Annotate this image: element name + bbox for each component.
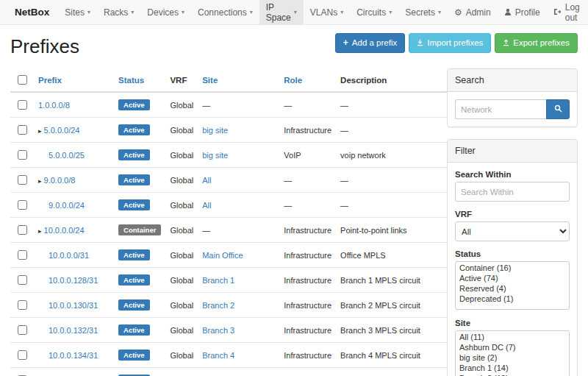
- site-link[interactable]: Branch 4: [202, 351, 234, 360]
- nav-item-secrets[interactable]: Secrets▾: [398, 0, 448, 24]
- nav-item-ip-space[interactable]: IP Space▾: [259, 0, 304, 24]
- row-checkbox[interactable]: [18, 300, 27, 310]
- nav-item-label: Secrets: [405, 7, 435, 18]
- role-cell: —: [279, 168, 336, 193]
- select-all-checkbox[interactable]: [18, 75, 27, 85]
- row-checkbox[interactable]: [18, 325, 27, 335]
- nav-item-racks[interactable]: Racks▾: [97, 0, 140, 24]
- nav-item-label: Devices: [147, 7, 179, 18]
- status-badge: Active: [118, 249, 150, 260]
- site-link[interactable]: Branch 1: [202, 276, 234, 285]
- col-header-status[interactable]: Status: [118, 76, 144, 85]
- app-brand[interactable]: NetBox: [6, 0, 58, 24]
- search-within-input[interactable]: [455, 182, 570, 202]
- status-badge: Active: [118, 199, 150, 210]
- import-prefixes-button[interactable]: Import prefixes: [409, 33, 491, 53]
- prefix-link[interactable]: 9.0.0.0/8: [44, 176, 76, 185]
- col-header-site[interactable]: Site: [202, 76, 218, 85]
- tree-indent: [38, 358, 49, 358]
- chevron-down-icon: ▾: [182, 9, 184, 15]
- search-input[interactable]: [455, 99, 546, 119]
- export-prefixes-button[interactable]: Export prefixes: [495, 33, 578, 53]
- user-icon: [504, 8, 512, 17]
- logout-link[interactable]: Log out: [547, 0, 587, 24]
- prefix-link[interactable]: 10.0.0.128/31: [49, 276, 98, 285]
- vrf-cell: Global: [165, 293, 198, 318]
- site-link[interactable]: Branch 2: [202, 301, 234, 310]
- export-prefixes-label: Export prefixes: [513, 38, 570, 49]
- row-checkbox[interactable]: [18, 275, 27, 285]
- page-header: Prefixes + Add a prefix Import prefixes …: [10, 28, 578, 68]
- role-cell: Infrastructure: [279, 268, 336, 293]
- prefix-link[interactable]: 10.0.0.0/31: [49, 251, 89, 260]
- prefix-link[interactable]: 5.0.0.0/24: [44, 126, 80, 135]
- row-checkbox[interactable]: [18, 150, 27, 160]
- row-checkbox[interactable]: [18, 125, 27, 135]
- vrf-cell: Global: [165, 143, 198, 168]
- site-link[interactable]: big site: [202, 151, 228, 160]
- search-icon: [554, 104, 562, 115]
- site-option[interactable]: Branch 2 (10): [456, 373, 568, 376]
- status-option[interactable]: Deprecated (1): [456, 294, 568, 304]
- tree-expand-icon: ▸: [38, 227, 42, 235]
- col-header-description: Description: [340, 76, 387, 85]
- profile-link[interactable]: Profile: [498, 0, 547, 24]
- row-checkbox[interactable]: [18, 100, 27, 110]
- col-header-role[interactable]: Role: [284, 76, 302, 85]
- prefix-link[interactable]: 10.0.0.0/24: [44, 226, 85, 235]
- nav-menu: Sites▾Racks▾Devices▾Connections▾IP Space…: [58, 0, 448, 24]
- site-link[interactable]: All: [202, 201, 211, 210]
- col-header-prefix[interactable]: Prefix: [38, 76, 62, 85]
- prefix-link[interactable]: 10.0.0.130/31: [49, 301, 98, 310]
- vrf-select[interactable]: All: [455, 221, 570, 241]
- prefix-link[interactable]: 5.0.0.0/25: [49, 151, 85, 160]
- status-badge: Active: [118, 274, 150, 285]
- nav-item-circuits[interactable]: Circuits▾: [350, 0, 398, 24]
- row-checkbox[interactable]: [18, 350, 27, 360]
- filter-panel-title: Filter: [448, 140, 577, 163]
- export-icon: [503, 39, 509, 46]
- sidebar: Search Filter Search Within: [447, 68, 578, 376]
- site-link[interactable]: Branch 3: [202, 326, 234, 335]
- vrf-cell: Global: [165, 92, 198, 118]
- add-prefix-button[interactable]: + Add a prefix: [335, 33, 405, 53]
- site-option[interactable]: Branch 1 (14): [456, 363, 568, 373]
- row-checkbox[interactable]: [18, 175, 27, 185]
- prefix-link[interactable]: 1.0.0.0/8: [38, 101, 70, 110]
- site-option[interactable]: All (11): [456, 332, 568, 342]
- status-option[interactable]: Container (16): [456, 263, 568, 273]
- import-prefixes-label: Import prefixes: [427, 38, 483, 49]
- site-option[interactable]: Ashburn DC (7): [456, 342, 568, 352]
- site-filter-label: Site: [455, 319, 570, 327]
- site-link[interactable]: All: [202, 176, 211, 185]
- role-cell: Infrastructure: [279, 218, 336, 243]
- nav-item-connections[interactable]: Connections▾: [191, 0, 259, 24]
- row-checkbox[interactable]: [18, 250, 27, 260]
- site-link[interactable]: big site: [202, 126, 228, 135]
- search-submit-button[interactable]: [546, 99, 570, 119]
- row-checkbox[interactable]: [18, 200, 27, 210]
- chevron-down-icon: ▾: [294, 9, 297, 15]
- status-multiselect[interactable]: Container (16)Active (74)Reserved (4)Dep…: [455, 261, 570, 310]
- prefix-link[interactable]: 9.0.0.0/24: [49, 201, 85, 210]
- row-checkbox[interactable]: [18, 225, 27, 235]
- status-filter-label: Status: [455, 249, 570, 258]
- nav-item-vlans[interactable]: VLANs▾: [304, 0, 350, 24]
- prefix-link[interactable]: 10.0.0.132/31: [49, 326, 98, 335]
- tree-indent: [38, 283, 49, 283]
- site-link[interactable]: Main Office: [202, 251, 243, 260]
- site-multiselect[interactable]: All (11)Ashburn DC (7)big site (2)Branch…: [455, 330, 570, 376]
- table-row: 1.0.0.0/8 Active Global — — —: [10, 92, 481, 118]
- admin-link[interactable]: ⚙ Admin: [448, 0, 498, 24]
- prefix-link[interactable]: 10.0.0.134/31: [49, 351, 98, 360]
- status-option[interactable]: Active (74): [456, 273, 568, 283]
- nav-item-devices[interactable]: Devices▾: [140, 0, 191, 24]
- status-badge: Active: [118, 174, 150, 185]
- table-row: 10.0.0.136/31 Active Global Branch 5 Inf…: [10, 368, 481, 376]
- status-option[interactable]: Reserved (4): [456, 283, 568, 294]
- vrf-filter-label: VRF: [455, 210, 570, 219]
- site-option[interactable]: big site (2): [456, 352, 568, 363]
- nav-item-sites[interactable]: Sites▾: [58, 0, 97, 24]
- action-buttons: + Add a prefix Import prefixes Export pr…: [335, 33, 578, 53]
- page-title: Prefixes: [10, 35, 79, 58]
